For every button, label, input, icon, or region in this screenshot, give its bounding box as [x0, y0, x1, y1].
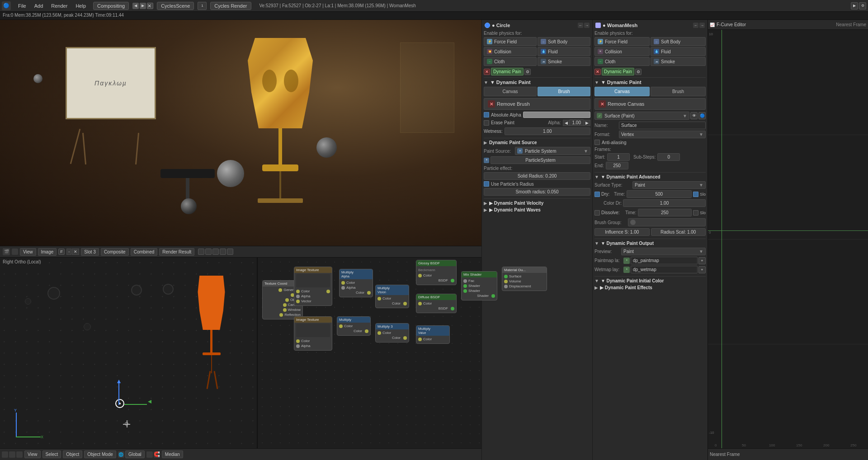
eye-icon[interactable]: 👁 — [690, 112, 698, 119]
composite-btn[interactable]: Composite — [101, 248, 129, 256]
dp-active-btn-left[interactable]: Dynamic Pain — [491, 68, 524, 75]
material-output-node[interactable]: Material Ou... Surface Volume Displaceme… — [502, 267, 547, 291]
img-icon4[interactable] — [220, 249, 226, 255]
end-field[interactable]: 250 — [606, 162, 628, 169]
slot-selector[interactable]: Slot 3 — [81, 248, 99, 256]
smoke-btn-right[interactable]: ☁ Smoke — [651, 57, 706, 66]
canvas-tab-right[interactable]: Canvas — [594, 87, 650, 96]
absolute-alpha-check[interactable] — [484, 112, 489, 117]
x-btn-remove[interactable]: ✕ — [488, 100, 495, 108]
dp-settings-icon-left[interactable]: ⚙ — [524, 69, 531, 75]
color-dr-value[interactable]: 1.00 — [623, 200, 705, 207]
icon-prev[interactable]: ◀ — [132, 3, 139, 9]
velocity-arrow[interactable]: ▶ — [484, 201, 487, 206]
menu-render[interactable]: Render — [47, 2, 71, 9]
minus-btn[interactable]: - — [66, 249, 71, 255]
magnet-icon[interactable]: 🧲 — [154, 451, 160, 458]
collision-btn-right[interactable]: ✕ Collision — [594, 47, 650, 56]
cloth-btn-right[interactable]: ~ Cloth — [594, 57, 650, 66]
smoke-btn-left[interactable]: ☁ Smoke — [538, 57, 590, 66]
scene-selector[interactable]: CyclesScene — [157, 2, 194, 10]
icon-next[interactable]: ▶ — [140, 3, 146, 9]
multiply-value-node[interactable]: MultiplyValue Color — [416, 325, 450, 344]
settings-icon[interactable]: ⚙ — [859, 2, 866, 9]
panel-icon1[interactable]: ← — [578, 23, 583, 28]
format-dropdown[interactable]: Vertex ▼ — [619, 131, 706, 138]
dry-time-field[interactable]: 500 — [627, 190, 692, 198]
menu-help[interactable]: Help — [72, 2, 90, 9]
name-field[interactable]: Surface — [619, 122, 706, 129]
multiply-2-node[interactable]: Multiply Color Color — [337, 316, 371, 336]
icon1[interactable] — [12, 249, 18, 255]
image-texture-node-2[interactable]: Image Texture Color Alpha — [294, 316, 332, 351]
brush-tab-left[interactable]: Brush — [538, 87, 590, 96]
force-field-btn-left[interactable]: ⚡ Force Field — [484, 37, 537, 46]
img-icon3[interactable] — [212, 249, 219, 255]
dry-check[interactable] — [594, 192, 600, 197]
menu-file[interactable]: File — [14, 2, 30, 9]
surface-type-dropdown[interactable]: Paint ▼ — [632, 181, 706, 189]
select-status-btn[interactable]: Select — [42, 451, 61, 458]
globe-icon[interactable]: 🌐 — [118, 451, 124, 458]
image-texture-node-1[interactable]: Image Texture Color Alpha Vector — [294, 267, 332, 306]
output-arrow[interactable]: ▼ — [594, 241, 599, 246]
dp-settings-icon-right[interactable]: ⚙ — [635, 69, 642, 75]
combined-btn[interactable]: Combined — [131, 248, 158, 256]
remove-brush-btn[interactable]: ✕ Remove Brush — [484, 98, 590, 110]
menu-add[interactable]: Add — [31, 2, 47, 9]
radius-scal-field[interactable]: Radius Scal: 1.00 — [651, 228, 706, 236]
multiply-3-node[interactable]: Multiply 3 Color Color — [375, 323, 409, 343]
render-result-btn[interactable]: Render Result — [159, 248, 194, 256]
influence-s-value[interactable]: Influence S: 1.00 — [595, 229, 649, 235]
color-dr-field[interactable]: 1.00 — [623, 199, 706, 207]
x-btn-remove-canvas[interactable]: ✕ — [599, 100, 606, 108]
force-field-btn-right[interactable]: ⚡ Force Field — [594, 37, 650, 46]
diffuse-bsdf-node[interactable]: Diffuse BSDF Color BSDF — [416, 294, 457, 313]
dry-time-value[interactable]: 500 — [627, 191, 691, 197]
render-vis-icon[interactable]: 🔵 — [698, 112, 706, 119]
solid-radius-value[interactable]: Solid Radius: 0.200 — [484, 173, 590, 179]
smooth-radius-field[interactable]: Smooth radius: 0.050 — [484, 188, 590, 196]
img-icon1[interactable] — [198, 249, 204, 255]
advanced-arrow[interactable]: ▼ — [594, 174, 599, 179]
x-close-btn[interactable]: ✕ — [72, 249, 79, 255]
img-icon2[interactable] — [205, 249, 212, 255]
anti-aliasing-check[interactable] — [594, 140, 600, 145]
object-status-btn[interactable]: Object — [63, 451, 82, 458]
panel-icon2[interactable]: → — [584, 23, 590, 28]
img-icon5[interactable] — [227, 249, 233, 255]
brush-group-field[interactable] — [628, 218, 706, 226]
particle-system-field[interactable]: ParticleSystem — [491, 156, 590, 164]
waves-arrow[interactable]: ▶ — [484, 207, 487, 212]
cloth-btn-left[interactable]: ~ Cloth — [484, 57, 537, 66]
render-icon[interactable]: ▶ — [851, 2, 858, 9]
multiply-vision-node[interactable]: MultiplyVision Color Color — [375, 285, 409, 308]
dp-arrow-left[interactable]: ▼ — [484, 80, 488, 85]
view-menu[interactable]: View — [20, 248, 36, 256]
effects-arrow[interactable]: ▶ — [594, 285, 598, 290]
paint-source-dropdown[interactable]: ⚬ Particle System ▼ — [515, 147, 590, 155]
global-btn[interactable]: Global — [125, 451, 145, 458]
surface-dropdown[interactable]: ✓ Surface (Paint) ▼ — [594, 112, 689, 120]
multiply-alpha-node[interactable]: MultiplyAlpha Color Alpha Color — [339, 269, 373, 297]
start-value[interactable]: 1 — [608, 154, 629, 160]
snap-icon[interactable] — [146, 451, 153, 458]
soft-body-btn-left[interactable]: ○ Soft Body — [538, 37, 590, 46]
smooth-radius-value[interactable]: Smooth radius: 0.050 — [484, 188, 590, 195]
influence-s-field[interactable]: Influence S: 1.00 — [594, 228, 650, 236]
preview-dropdown[interactable]: Paint ▼ — [621, 248, 706, 255]
wetmap-add-btn[interactable]: + — [698, 266, 706, 273]
remove-canvas-btn[interactable]: ✕ Remove Canvas — [594, 98, 706, 110]
mix-shader-node[interactable]: Mix Shader Fac Shader Shader Shader — [461, 271, 497, 300]
paintmap-add-btn[interactable]: + — [698, 257, 706, 264]
fluid-btn-left[interactable]: 💧 Fluid — [538, 47, 590, 56]
initial-color-arrow[interactable]: ▼ — [594, 278, 599, 283]
color-white-swatch[interactable] — [523, 112, 590, 118]
editor-type-selector[interactable]: Compositing — [93, 2, 129, 10]
radius-scal-value[interactable]: Radius Scal: 1.00 — [651, 229, 706, 235]
wetmap-field[interactable]: dp_wetmap — [631, 266, 698, 273]
canvas-tab-left[interactable]: Canvas — [484, 87, 537, 96]
dissolve-time-value[interactable]: 250 — [638, 209, 691, 216]
dp-arrow-right[interactable]: ▼ — [594, 80, 599, 85]
object-mode-btn[interactable]: Object Mode — [84, 451, 116, 458]
